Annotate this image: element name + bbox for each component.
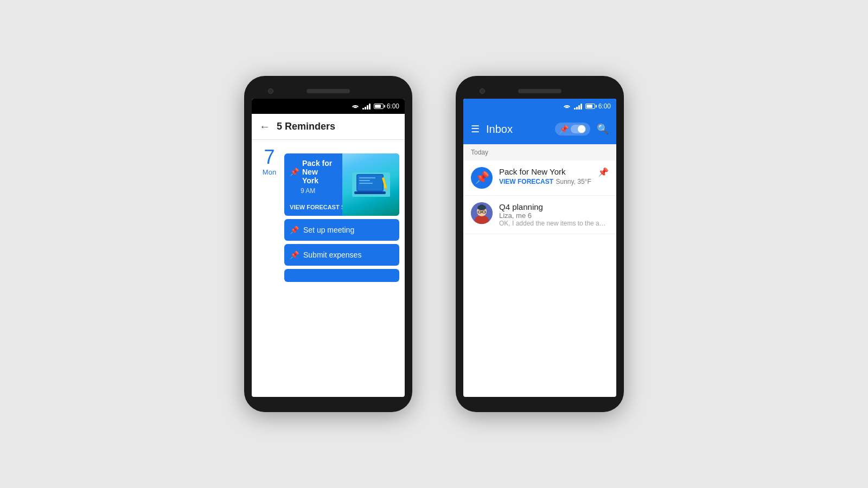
battery-icon-2 — [585, 104, 595, 109]
reminders-title: 5 Reminders — [277, 121, 335, 132]
phone-2-status-bar: 6:00 — [463, 99, 616, 114]
inbox-forecast-text: Sunny, 35°F — [556, 178, 591, 185]
reminder-pin-icon: 📌 — [290, 168, 299, 176]
laptop-svg — [352, 170, 390, 200]
inbox-item-title-q4: Q4 planning — [499, 202, 609, 211]
phone-2-top-bar — [463, 84, 616, 99]
svg-point-13 — [480, 204, 484, 209]
status-time-1: 6:00 — [387, 102, 399, 110]
svg-rect-5 — [359, 183, 373, 184]
phone-1-speaker — [307, 89, 350, 93]
inbox-item-preview-q4: OK, I added the new items to the agenda. — [499, 220, 609, 227]
expenses-title: Submit expenses — [303, 251, 361, 259]
svg-rect-4 — [359, 180, 370, 181]
phone-1-screen: 6:00 ← 5 Reminders 7 Mon 📌 Pack for New … — [252, 99, 405, 397]
today-section-label: Today — [463, 144, 616, 160]
search-button[interactable]: 🔍 — [597, 123, 609, 135]
forecast-label[interactable]: VIEW FORECAST — [290, 204, 340, 210]
wifi-icon — [352, 103, 359, 110]
reminders-app-header: ← 5 Reminders — [252, 114, 405, 140]
inbox-item-pack-ny[interactable]: 📌 Pack for New York VIEW FORECAST Sunny,… — [463, 160, 616, 196]
toggle-circle — [578, 125, 585, 133]
wifi-icon-2 — [563, 103, 571, 110]
inbox-title: Inbox — [486, 123, 548, 136]
meeting-title: Set up meeting — [303, 226, 354, 234]
status-time-2: 6:00 — [598, 102, 611, 110]
reminder-card-meeting[interactable]: 📌 Set up meeting — [284, 219, 399, 241]
inbox-pin-icon: 📌 — [598, 167, 609, 177]
inbox-item-content-q4: Q4 planning Liza, me 6 OK, I added the n… — [499, 202, 609, 227]
inbox-item-sender-q4: Liza, me 6 — [499, 211, 609, 220]
signal-icon-2 — [574, 103, 582, 110]
svg-rect-3 — [359, 177, 375, 178]
person-avatar-svg — [471, 202, 493, 224]
signal-icon — [362, 103, 371, 110]
inbox-avatar-pack-ny: 📌 — [471, 167, 493, 189]
pin-toggle-icon: 📌 — [559, 125, 569, 133]
phone-1-camera — [268, 88, 273, 94]
reminders-content: 7 Mon 📌 Pack for New York 9 AM VIEW FORE… — [252, 140, 405, 397]
phone-2-camera — [480, 88, 485, 94]
pin-toggle[interactable]: 📌 — [555, 123, 590, 136]
battery-icon — [374, 104, 384, 109]
inbox-avatar-q4 — [471, 202, 493, 224]
toggle-oval — [571, 125, 586, 133]
reminder-card-extra[interactable] — [284, 269, 399, 282]
reminders-list: 📌 Pack for New York 9 AM VIEW FORECAST S… — [252, 148, 405, 397]
phone-1: 6:00 ← 5 Reminders 7 Mon 📌 Pack for New … — [244, 76, 412, 412]
inbox-forecast-label[interactable]: VIEW FORECAST — [499, 178, 553, 185]
phone-2-speaker — [518, 89, 561, 93]
reminder-card-pack-ny[interactable]: 📌 Pack for New York 9 AM VIEW FORECAST S… — [284, 153, 399, 216]
inbox-item-q4[interactable]: Q4 planning Liza, me 6 OK, I added the n… — [463, 196, 616, 234]
reminder-card-expenses[interactable]: 📌 Submit expenses — [284, 244, 399, 266]
phone-2-screen: 6:00 ☰ Inbox 📌 🔍 Today 📌 Pack for New Yo… — [463, 99, 616, 397]
menu-button[interactable]: ☰ — [471, 123, 480, 135]
svg-rect-6 — [354, 191, 386, 194]
meeting-pin-icon: 📌 — [290, 226, 299, 234]
inbox-item-forecast-row: VIEW FORECAST Sunny, 35°F — [499, 176, 591, 186]
phone-1-status-bar: 6:00 — [252, 99, 405, 114]
phone-2: 6:00 ☰ Inbox 📌 🔍 Today 📌 Pack for New Yo… — [456, 76, 624, 412]
back-button[interactable]: ← — [259, 120, 270, 133]
expenses-pin-icon: 📌 — [290, 251, 299, 259]
inbox-item-title-pack-ny: Pack for New York — [499, 167, 591, 176]
inbox-avatar-icon: 📌 — [475, 171, 489, 185]
card-illustration — [342, 153, 399, 216]
phone-1-top-bar — [252, 84, 405, 99]
inbox-item-content-pack-ny: Pack for New York VIEW FORECAST Sunny, 3… — [499, 167, 591, 186]
inbox-header: ☰ Inbox 📌 🔍 — [463, 114, 616, 144]
